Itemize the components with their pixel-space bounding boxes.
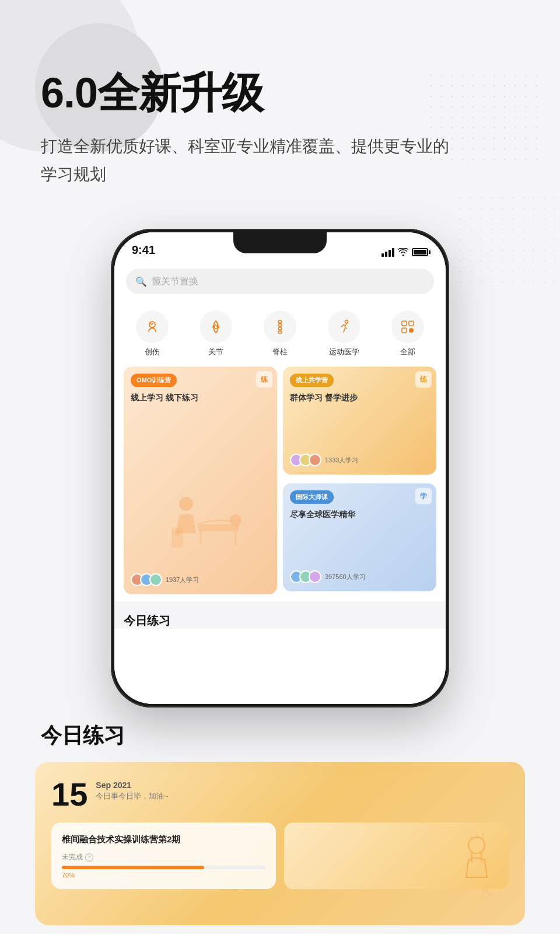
practice-slogan: 今日事今日毕，加油~ bbox=[96, 791, 169, 801]
category-item-spine[interactable]: 脊柱 bbox=[264, 311, 296, 357]
card-master-users: 397560人学习 bbox=[290, 570, 366, 583]
category-label-spine: 脊柱 bbox=[272, 347, 288, 357]
svg-point-9 bbox=[345, 320, 348, 323]
category-item-injury[interactable]: 创伤 bbox=[136, 311, 169, 357]
practice-date-number: 15 bbox=[51, 778, 88, 811]
practice-date-info: Sep 2021 今日事今日毕，加油~ bbox=[96, 778, 169, 801]
card-omo-illustration bbox=[154, 492, 247, 562]
card-master[interactable]: 国际大师课 学 尽享全球医学精华 397560人学习 bbox=[283, 483, 436, 591]
phone-frame: 9:41 bbox=[111, 229, 449, 708]
search-placeholder-text: 髋关节置换 bbox=[152, 276, 198, 288]
battery-icon bbox=[412, 248, 428, 256]
practice-item-right bbox=[284, 823, 509, 889]
practice-section: 今日练习 15 Sep 2021 今日事今日毕，加油~ 椎间融合技术 bbox=[0, 708, 560, 925]
category-label-sports: 运动医学 bbox=[329, 347, 359, 357]
progress-bar-fill bbox=[62, 866, 204, 869]
status-time: 9:41 bbox=[132, 243, 155, 257]
practice-item-left[interactable]: 椎间融合技术实操训练营第2期 未完成 ? 70% bbox=[51, 823, 276, 889]
phone-practice-section: 今日练习 bbox=[114, 601, 446, 629]
practice-content: 椎间融合技术实操训练营第2期 未完成 ? 70% bbox=[51, 823, 509, 889]
progress-bar-background bbox=[62, 866, 265, 869]
phone-wrapper: 9:41 bbox=[111, 229, 449, 708]
category-icon-all bbox=[391, 311, 424, 343]
signal-bar-2 bbox=[385, 252, 387, 257]
practice-right-illustration bbox=[447, 828, 506, 886]
category-item-sports[interactable]: 运动医学 bbox=[328, 311, 360, 357]
signal-bar-3 bbox=[388, 250, 391, 257]
card-master-corner: 学 bbox=[415, 488, 432, 504]
svg-rect-11 bbox=[409, 321, 414, 326]
svg-rect-15 bbox=[198, 524, 239, 531]
progress-help-icon: ? bbox=[85, 853, 93, 862]
avatar-stack-online bbox=[290, 454, 321, 466]
practice-card: 15 Sep 2021 今日事今日毕，加油~ 椎间融合技术实操训练营第2期 未完… bbox=[35, 762, 525, 925]
card-online-corner: 练 bbox=[415, 371, 432, 388]
phone-side-button-right bbox=[449, 346, 449, 392]
phone-side-button-left-1 bbox=[111, 316, 111, 340]
svg-point-13 bbox=[409, 328, 414, 333]
avatar-6 bbox=[309, 454, 321, 466]
phone-practice-title: 今日练习 bbox=[124, 613, 436, 629]
hero-title: 6.0全新升级 bbox=[41, 70, 519, 116]
hero-section: 6.0全新升级 打造全新优质好课、科室亚专业精准覆盖、提供更专业的学习规划 bbox=[0, 0, 560, 211]
card-omo-badge: OMO训练营 bbox=[131, 374, 177, 387]
category-item-all[interactable]: 全部 bbox=[391, 311, 424, 357]
status-icons bbox=[382, 248, 428, 257]
card-omo[interactable]: OMO训练营 练 线上学习 线下练习 bbox=[124, 367, 277, 594]
card-online-title: 群体学习 督学进步 bbox=[290, 392, 358, 404]
category-label-all: 全部 bbox=[400, 347, 415, 357]
practice-item-title: 椎间融合技术实操训练营第2期 bbox=[62, 833, 265, 845]
category-item-joint[interactable]: 关节 bbox=[200, 311, 232, 357]
hero-subtitle: 打造全新优质好课、科室亚专业精准覆盖、提供更专业的学习规划 bbox=[41, 133, 449, 188]
progress-percent-label: 70% bbox=[62, 872, 265, 879]
signal-bars-icon bbox=[382, 248, 394, 257]
categories-row: 创伤 关节 bbox=[114, 301, 446, 367]
card-master-user-count: 397560人学习 bbox=[325, 573, 366, 581]
search-bar[interactable]: 🔍 髋关节置换 bbox=[126, 269, 434, 294]
svg-rect-4 bbox=[278, 327, 282, 330]
category-icon-sports bbox=[328, 311, 360, 343]
svg-point-20 bbox=[174, 530, 180, 536]
phone-side-button-left-3 bbox=[111, 395, 111, 430]
svg-rect-2 bbox=[278, 320, 282, 323]
card-online-users: 1333人学习 bbox=[290, 454, 358, 466]
phone-notch bbox=[233, 232, 327, 253]
battery-fill bbox=[414, 250, 426, 255]
card-online-badge: 线上共学营 bbox=[290, 374, 334, 387]
card-omo-corner: 练 bbox=[256, 371, 272, 388]
practice-section-title: 今日练习 bbox=[0, 722, 560, 750]
phone-screen: 9:41 bbox=[114, 232, 446, 704]
category-label-joint: 关节 bbox=[208, 347, 223, 357]
category-icon-spine bbox=[264, 311, 296, 343]
card-master-title: 尽享全球医学精华 bbox=[290, 509, 355, 521]
practice-month-year: Sep 2021 bbox=[96, 780, 169, 790]
wifi-icon bbox=[398, 248, 408, 256]
svg-rect-5 bbox=[278, 331, 282, 333]
card-omo-title: 线上学习 线下练习 bbox=[131, 392, 198, 404]
category-icon-injury bbox=[136, 311, 169, 343]
svg-point-14 bbox=[179, 497, 193, 511]
progress-label: 未完成 ? bbox=[62, 852, 265, 862]
avatar-9 bbox=[309, 570, 321, 583]
avatar-stack-master bbox=[290, 570, 321, 583]
svg-point-16 bbox=[230, 514, 242, 526]
cards-grid: OMO训练营 练 线上学习 线下练习 bbox=[114, 367, 446, 594]
card-online-user-count: 1333人学习 bbox=[325, 456, 358, 465]
phone-inner: 9:41 bbox=[114, 232, 446, 704]
search-icon: 🔍 bbox=[135, 276, 147, 287]
card-online-study[interactable]: 线上共学营 练 群体学习 督学进步 1333人学习 bbox=[283, 367, 436, 475]
signal-bar-1 bbox=[382, 253, 384, 257]
svg-rect-3 bbox=[278, 324, 282, 326]
card-omo-user-count: 1937人学习 bbox=[166, 576, 199, 584]
category-icon-joint bbox=[200, 311, 232, 343]
signal-bar-4 bbox=[392, 248, 394, 257]
phone-section: 9:41 bbox=[0, 229, 560, 708]
phone-side-button-left-2 bbox=[111, 351, 111, 386]
card-omo-users: 1937人学习 bbox=[131, 573, 199, 586]
avatar-3 bbox=[149, 573, 162, 586]
practice-date: 15 Sep 2021 今日事今日毕，加油~ bbox=[51, 778, 509, 811]
svg-rect-10 bbox=[402, 321, 407, 326]
avatar-stack-omo bbox=[131, 573, 162, 586]
card-master-badge: 国际大师课 bbox=[290, 490, 334, 504]
category-label-injury: 创伤 bbox=[145, 347, 160, 357]
